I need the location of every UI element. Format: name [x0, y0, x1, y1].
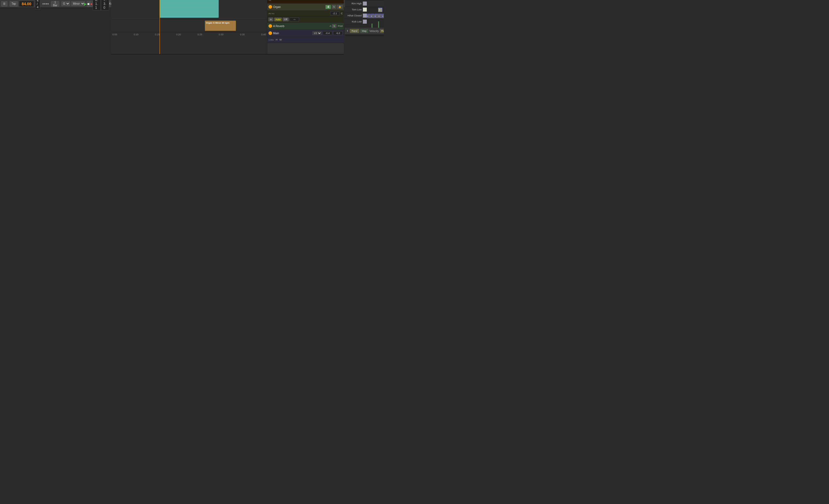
randomize-btn[interactable]: Randomize	[380, 29, 384, 33]
rim-high-label: Rim High	[345, 2, 363, 5]
drum-row-tom-low: Tom Low	[345, 7, 366, 13]
track-row-organ: Organ G Minor 84 bpm	[111, 20, 267, 32]
ch4-inf: -∞	[289, 17, 299, 22]
drum-editor-area: Hihat Open Tom Short Rim High Tom Low Hi…	[345, 0, 384, 28]
rim-high-row[interactable]	[367, 1, 384, 7]
ch4-auto-in[interactable]: In	[268, 17, 273, 22]
velocity-toolbar: ⬆ Rand Map Velocity Randomize 100 Ramp 1…	[345, 28, 384, 35]
mixer-ch3-inf: -∞	[267, 0, 344, 4]
kick-low-label: Kick Low	[345, 20, 363, 23]
kick-low-pad[interactable]	[363, 20, 367, 24]
key-select[interactable]: G	[62, 1, 70, 6]
ch4-auto-toggle[interactable]: Auto	[274, 17, 282, 22]
reverb-name: A Reverb	[273, 25, 295, 28]
note-tl1[interactable]: T	[378, 8, 383, 12]
drum-row-rim-high: Rim High	[345, 1, 366, 7]
arrangement-view: 2 3 4 5 6 7 8 9 10 11 12 13 14 15 Set	[111, 0, 344, 54]
menu-btn[interactable]: ☰	[1, 1, 7, 7]
track-clips-piano[interactable]	[111, 0, 267, 20]
tap-btn[interactable]: Tap	[10, 1, 18, 7]
vel-bar-2	[378, 22, 379, 28]
ch4-power[interactable]	[268, 5, 272, 9]
ch4-off[interactable]: Off	[283, 17, 289, 22]
note-hc1[interactable]: H	[367, 14, 371, 18]
map-btn[interactable]: Map	[360, 29, 368, 33]
arrangement-main: 2 3 4 5 6 7 8 9 10 11 12 13 14 15 Set	[111, 0, 267, 54]
mixer-main: Main 1/2 -0.4 -6.0	[267, 30, 344, 37]
hihat-closed-pad[interactable]	[363, 13, 367, 18]
time-ruler-bottom: 0:05 0:10 0:15 0:20 0:25 0:30 0:35 0:40	[111, 32, 267, 37]
tom-low-label: Tom Low	[345, 8, 363, 11]
track-row-dan-piano	[111, 0, 267, 20]
clips-left: Hihat Open Tom Short Rim High Tom Low Hi…	[345, 0, 367, 28]
mixer-reverb: A Reverb A S Post	[267, 23, 344, 30]
back-position-display: 7. 3. 0	[101, 0, 109, 10]
scale-select[interactable]: Minor	[71, 1, 85, 6]
velocity-label: Velocity	[369, 30, 379, 33]
ch4-name: Organ	[273, 5, 295, 8]
main-name: Main	[273, 32, 295, 35]
clip-organ[interactable]: Organ G Minor 84 bpm	[205, 21, 236, 31]
tom-low-pad[interactable]	[363, 7, 367, 12]
ch4-s[interactable]: S	[332, 5, 336, 9]
ch4-lock[interactable]: 🔒	[337, 5, 343, 9]
top-toolbar: ☰ Tap 84.00 4 / 4 ●●●● 1 Bar G Minor ▶ 8…	[0, 0, 384, 8]
drum-grid[interactable]: H H H H H T T T T T T	[367, 0, 384, 28]
main-vol2[interactable]: -6.0	[333, 31, 343, 35]
clip-piano-1[interactable]	[159, 0, 219, 18]
drum-row-hihat-closed: Hihat Closed	[345, 13, 366, 19]
side-panel: 1 Grey Panel 1 S 🔒 All Ins 2 S 🔒 All Cha…	[267, 0, 344, 54]
drum-row-kick-low: Kick Low	[345, 19, 366, 25]
note-hc2[interactable]: H	[371, 14, 374, 18]
track-clips-organ[interactable]: Organ G Minor 84 bpm	[111, 20, 267, 32]
mixer-ch4-controls: All Ins -2.1 C	[267, 11, 344, 17]
loop-length-btn[interactable]: 1 Bar	[51, 1, 59, 7]
vel-bar-1	[371, 24, 372, 28]
note-hc3[interactable]: H	[374, 14, 378, 18]
note-hc4[interactable]: H	[378, 14, 382, 18]
kick-low-row[interactable]: 127 64 1	[367, 19, 384, 28]
rand-btn[interactable]: Rand	[350, 29, 359, 33]
playhead	[159, 0, 160, 54]
mixer-main-controls: 1.00x H W	[267, 37, 344, 43]
reverb-s[interactable]: S	[332, 24, 336, 28]
main-routing[interactable]: 1/2	[312, 31, 322, 35]
hihat-closed-label: Hihat Closed	[345, 14, 363, 17]
ch4-vol[interactable]: -2.1	[330, 11, 340, 15]
main-vol[interactable]: -0.4	[323, 31, 332, 35]
mixer-ch4-auto: In Auto Off -∞	[267, 17, 344, 23]
play-btn[interactable]: ▶ ■ ● 8. 1. 1 7. 3. 0 Key 48.0 kHz 8 % ⋮…	[104, 1, 110, 7]
stop-btn[interactable]: ■	[87, 1, 89, 7]
end-position-display: 8. 1. 1	[93, 0, 101, 10]
reverb-power[interactable]	[268, 24, 272, 28]
ch4-num[interactable]: 4	[325, 5, 331, 9]
tom-low-row[interactable]: T T T T T	[367, 7, 384, 13]
time-sig[interactable]: 4 / 4	[35, 0, 40, 10]
note-hc5[interactable]: H	[382, 14, 384, 18]
rim-high-pad[interactable]	[363, 1, 367, 6]
hihat-closed-row[interactable]: H H H H H H H H H H H H H H H H H	[367, 13, 384, 19]
mixer-ch4: Organ 4 S 🔒	[267, 4, 344, 11]
middle-section: 🔍 Focus Fold Notes 1/16 ▼ 1 1.2 1.3 1.4 …	[345, 0, 384, 35]
tempo-display[interactable]: 84.00	[19, 1, 34, 7]
record-btn[interactable]: ●	[90, 1, 93, 7]
main-power[interactable]	[268, 31, 272, 35]
